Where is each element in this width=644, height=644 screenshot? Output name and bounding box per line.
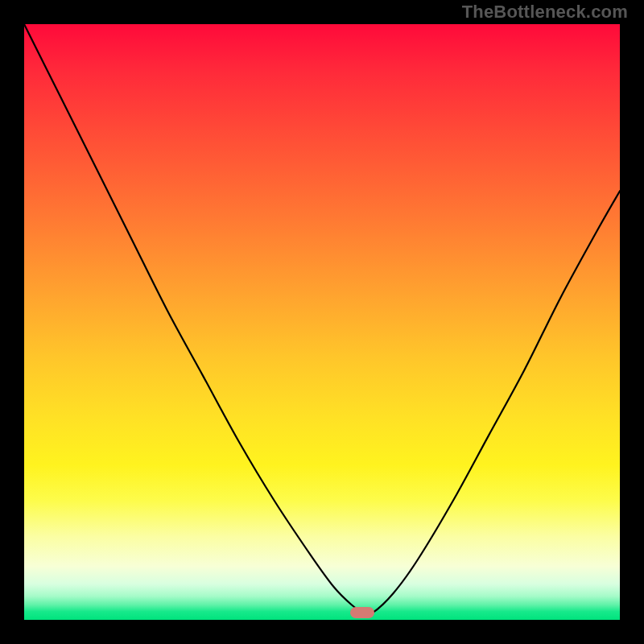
plot-area (24, 24, 620, 620)
curve-path (24, 24, 620, 614)
optimal-marker (350, 607, 374, 618)
watermark-text: TheBottleneck.com (462, 2, 628, 23)
chart-frame: TheBottleneck.com (0, 0, 644, 644)
bottleneck-curve (24, 24, 620, 620)
